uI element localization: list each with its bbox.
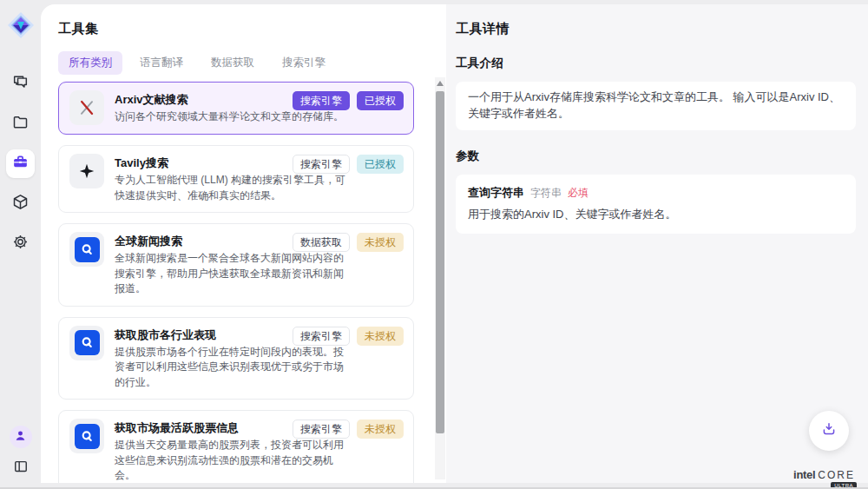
tool-card-description: 提供当天交易量最高的股票列表，投资者可以利用这些信息来识别流动性强的股票和潜在的… xyxy=(115,438,347,483)
tool-card-badges: 数据获取 未授权 xyxy=(293,233,404,252)
detail-panel-title: 工具详情 xyxy=(456,21,856,37)
tool-card[interactable]: 全球新闻搜索 全球新闻搜索是一个聚合全球各大新闻网站内容的搜索引擎，帮助用户快速… xyxy=(58,223,414,307)
parameter-required-badge: 必填 xyxy=(568,186,589,201)
parameter-description: 用于搜索的Arxiv ID、关键字或作者姓名。 xyxy=(468,207,844,222)
sidebar-item-packages[interactable] xyxy=(6,189,35,218)
tool-detail-panel: 工具详情 工具介绍 一个用于从Arxiv存储库搜索科学论文和文章的工具。 输入可… xyxy=(446,4,868,483)
sidebar xyxy=(0,0,41,489)
chat-icon xyxy=(11,73,30,95)
sidebar-item-settings[interactable] xyxy=(6,229,35,258)
sidebar-bottom xyxy=(0,426,41,479)
tool-auth-badge: 已授权 xyxy=(357,155,404,174)
tools-panel-title: 工具集 xyxy=(58,21,446,37)
scrollbar-up-arrow-icon[interactable] xyxy=(437,81,444,86)
blue-q-icon xyxy=(69,232,104,267)
blue-q-icon xyxy=(69,419,104,453)
tool-category-badge: 搜索引擎 xyxy=(293,420,350,439)
tool-card-badges: 搜索引擎 未授权 xyxy=(293,327,404,346)
parameter-item: 查询字符串 字符串 必填 用于搜索的Arxiv ID、关键字或作者姓名。 xyxy=(456,175,856,234)
tool-auth-badge: 未授权 xyxy=(357,327,404,346)
tool-category-badge: 数据获取 xyxy=(293,233,350,252)
tool-auth-badge: 已授权 xyxy=(357,91,404,110)
params-heading: 参数 xyxy=(456,149,856,164)
ultra-badge: ultra xyxy=(831,482,857,489)
intel-core-logo: intel core ultra xyxy=(793,468,855,481)
tab-search-engine[interactable]: 搜索引擎 xyxy=(272,51,336,75)
tool-card[interactable]: 获取股市各行业表现 提供股票市场各个行业在特定时间段内的表现。投资者可以利用这些… xyxy=(58,317,414,400)
sidebar-item-files[interactable] xyxy=(6,109,35,138)
tool-category-badge: 搜索引擎 xyxy=(293,155,350,174)
tool-card[interactable]: Arxiv文献搜索 访问各个研究领域大量科学论文和文章的存储库。 搜索引擎 已授… xyxy=(58,82,414,135)
package-icon xyxy=(11,193,30,215)
tool-category-badge: 搜索引擎 xyxy=(293,91,350,110)
tool-card-description: 提供股票市场各个行业在特定时间段内的表现。投资者可以利用这些信息来识别表现优于或… xyxy=(115,345,347,391)
sidebar-item-tools[interactable] xyxy=(6,149,35,178)
tool-card-description: 专为人工智能代理 (LLM) 构建的搜索引擎工具，可快速提供实时、准确和真实的结… xyxy=(115,173,347,203)
toolbox-icon xyxy=(11,153,30,175)
tools-panel: 工具集 所有类别 语言翻译 数据获取 搜索引擎 Arxiv文献搜索 访问各个研究… xyxy=(41,4,446,483)
tool-category-badge: 搜索引擎 xyxy=(293,327,350,346)
tool-card-badges: 搜索引擎 已授权 xyxy=(293,155,404,174)
category-tabs: 所有类别 语言翻译 数据获取 搜索引擎 xyxy=(58,51,446,75)
tool-card-description: 全球新闻搜索是一个聚合全球各大新闻网站内容的搜索引擎，帮助用户快速获取全球最新资… xyxy=(115,251,347,297)
sidebar-nav xyxy=(6,69,35,258)
star-icon xyxy=(69,154,104,188)
core-wordmark: core ultra xyxy=(818,469,855,481)
tab-data-fetching[interactable]: 数据获取 xyxy=(201,51,265,75)
folder-icon xyxy=(11,113,30,135)
tab-all-categories[interactable]: 所有类别 xyxy=(58,51,122,75)
settings-icon xyxy=(11,233,30,254)
tool-card[interactable]: Tavily搜索 专为人工智能代理 (LLM) 构建的搜索引擎工具，可快速提供实… xyxy=(58,145,414,213)
user-avatar-icon xyxy=(13,428,28,446)
tool-auth-badge: 未授权 xyxy=(357,233,404,252)
panel-toggle-button[interactable] xyxy=(12,458,30,479)
tool-card[interactable]: 获取市场最活跃股票信息 提供当天交易量最高的股票列表，投资者可以利用这些信息来识… xyxy=(58,410,414,483)
tool-auth-badge: 未授权 xyxy=(357,420,404,439)
intel-wordmark: intel xyxy=(793,468,815,481)
intro-heading: 工具介绍 xyxy=(456,56,856,71)
main-area: 工具集 所有类别 语言翻译 数据获取 搜索引擎 Arxiv文献搜索 访问各个研究… xyxy=(41,4,868,483)
parameter-type: 字符串 xyxy=(530,186,562,201)
intro-text: 一个用于从Arxiv存储库搜索科学论文和文章的工具。 输入可以是Arxiv ID… xyxy=(456,82,856,130)
tool-card-badges: 搜索引擎 未授权 xyxy=(293,420,404,439)
download-button[interactable] xyxy=(809,411,849,451)
tool-card-description: 访问各个研究领域大量科学论文和文章的存储库。 xyxy=(115,109,347,125)
parameter-header: 查询字符串 字符串 必填 xyxy=(468,185,844,201)
app-window: 工具集 所有类别 语言翻译 数据获取 搜索引擎 Arxiv文献搜索 访问各个研究… xyxy=(0,0,868,489)
blue-q-icon xyxy=(69,326,104,360)
user-avatar[interactable] xyxy=(10,426,32,448)
list-scrollbar[interactable] xyxy=(435,77,445,479)
arxiv-icon xyxy=(69,90,104,125)
sidebar-item-chat[interactable] xyxy=(6,69,35,98)
parameter-name: 查询字符串 xyxy=(468,185,524,201)
tab-language-translation[interactable]: 语言翻译 xyxy=(129,51,194,75)
tool-card-badges: 搜索引擎 已授权 xyxy=(293,91,404,110)
tool-card-list: Arxiv文献搜索 访问各个研究领域大量科学论文和文章的存储库。 搜索引擎 已授… xyxy=(58,82,414,483)
app-logo-icon xyxy=(6,10,36,40)
panel-toggle-icon xyxy=(12,463,30,478)
download-icon xyxy=(820,420,838,441)
scrollbar-thumb[interactable] xyxy=(436,91,444,433)
